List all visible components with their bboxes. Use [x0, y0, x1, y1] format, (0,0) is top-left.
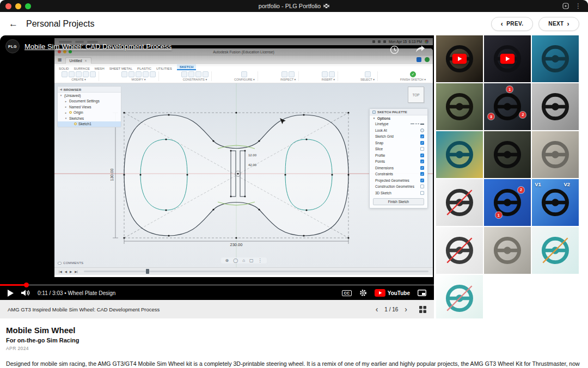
checkbox-icon: ✓	[420, 154, 424, 157]
zoom-window-button[interactable]	[25, 3, 31, 9]
video-title-link[interactable]: Mobile Sim Wheel: CAD Development Proces…	[24, 42, 171, 51]
palette-option-label: Look At	[375, 128, 387, 132]
gallery-thumb-cad-drawing-annotated[interactable]	[436, 227, 483, 274]
caption-text: AMG GT3 Inspired Mobile Sim Wheel: CAD D…	[8, 306, 376, 312]
comment-bubble-icon	[58, 262, 62, 265]
volume-icon[interactable]	[21, 290, 30, 296]
share-icon[interactable]	[415, 45, 425, 54]
channel-avatar[interactable]: PLG	[5, 39, 20, 53]
watch-later-icon[interactable]	[390, 45, 399, 54]
palette-option-3d-sketch: 3D Sketch	[370, 190, 427, 197]
youtube-logo[interactable]: YouTube	[375, 289, 410, 297]
close-window-button[interactable]	[5, 3, 11, 9]
next-project-button[interactable]: NEXT›	[538, 17, 579, 31]
youtube-logo-text: YouTube	[388, 290, 410, 296]
gallery-prev-icon[interactable]: ‹	[376, 305, 378, 313]
project-info: Mobile Sim Wheel For on-the-go Sim Racin…	[0, 318, 588, 368]
finish-sketch-button: Finish Sketch	[373, 198, 424, 205]
gallery-thumb-cad-exploded-view-1[interactable]	[532, 227, 579, 274]
grid-view-icon[interactable]	[419, 306, 426, 313]
gallery-thumb-printed-parts-1[interactable]	[532, 131, 579, 178]
caption-bar: AMG GT3 Inspired Mobile Sim Wheel: CAD D…	[0, 300, 434, 318]
captions-button[interactable]: CC	[342, 290, 352, 296]
gallery-page-indicator: 1 / 16	[384, 306, 398, 312]
ribbon-tool-groups: CREATE ▾MODIFY ▾CONSTRAINTS ▾CONFIGURE ▾…	[54, 70, 433, 83]
palette-option-label: Dimensions	[375, 166, 394, 170]
checkbox-icon	[420, 147, 424, 151]
gallery-thumb-phone-mount-photo[interactable]	[436, 83, 483, 130]
time-display: 0:11 / 3:03 • Wheel Plate Design	[38, 290, 115, 296]
steering-wheel-glyph	[443, 186, 476, 219]
gallery-thumb-slicer-preview[interactable]	[436, 131, 483, 178]
section-chevron-icon: ▾	[372, 116, 376, 120]
miniplayer-icon[interactable]	[418, 290, 426, 296]
tool-icon: ✓	[410, 71, 416, 77]
gallery-thumb-printed-parts-2[interactable]	[484, 227, 531, 274]
tool-icon	[62, 71, 68, 77]
overflow-menu-icon[interactable]: ⋮	[575, 3, 581, 9]
browser-title: BROWSER	[64, 88, 81, 91]
back-arrow-icon[interactable]: ←	[9, 19, 18, 29]
palette-option-label: Snap	[375, 141, 383, 145]
video-frame-recorded-screen: Mon Apr 15 6:13 PM Autodesk Fusion (Educ…	[54, 38, 433, 277]
ribbon-tab-row: SOLIDSURFACEMESHSHEET METALPLASTICUTILIT…	[54, 64, 433, 70]
palette-option-slice: Slice	[370, 146, 427, 152]
palette-option-snap: Snap✓	[370, 140, 427, 146]
settings-gear-icon[interactable]	[359, 289, 367, 297]
tool-icon	[143, 71, 149, 77]
timeline-step-back-icon: ◀	[65, 270, 67, 273]
gallery-thumb-wheel-annotated-dark[interactable]: 132	[484, 83, 531, 130]
checkbox-icon: ✓	[420, 172, 424, 176]
toolgroup-icons	[281, 71, 295, 77]
video-player[interactable]: Mon Apr 15 6:13 PM Autodesk Fusion (Educ…	[0, 35, 434, 300]
gallery-thumb-wheel-annotated-light[interactable]	[436, 179, 483, 226]
gallery-thumb-plates-cutting-mat[interactable]	[484, 131, 531, 178]
play-button-icon[interactable]	[8, 290, 14, 297]
gallery-thumb-wheel-cad-blue[interactable]	[532, 35, 579, 82]
fusion-ribbon-tab-surface: SURFACE	[74, 66, 90, 70]
toolgroup-label: SELECT ▾	[360, 78, 375, 81]
tool-icon	[329, 71, 335, 77]
minimize-window-button[interactable]	[15, 3, 21, 9]
gallery-thumb-wheel-video-thumb-1[interactable]	[436, 35, 483, 82]
macos-titlebar: portfolio - PLG Portfolio ⋮	[0, 0, 588, 12]
fusion-toolgroup-constraints: CONSTRAINTS ▾	[179, 71, 212, 81]
tab-overview-icon[interactable]	[562, 3, 569, 9]
toolgroup-icons: ✓	[410, 71, 416, 77]
chevron-right-icon: ›	[567, 21, 569, 27]
browser-item-label: (Unsaved)	[64, 94, 81, 97]
browser-item-unsaved: ▾(Unsaved)	[58, 93, 121, 99]
gallery-thumb-v1-v2-comparison[interactable]: V1V2	[532, 179, 579, 226]
checkbox-icon: ✓	[420, 166, 424, 170]
palette-option-label: 3D Sketch	[375, 191, 391, 195]
gallery-thumb-cad-exploded-view-2[interactable]	[436, 275, 483, 318]
toolgroup-icons	[181, 71, 209, 77]
palette-option-label: Construction Geometries	[375, 185, 414, 188]
dim-slot2: 12.00	[248, 154, 257, 157]
youtube-play-icon	[375, 289, 385, 297]
gallery-next-icon[interactable]: ›	[405, 305, 407, 313]
prev-label: PREV.	[506, 21, 523, 27]
project-description: Designed for mobile sim racing, the AMG …	[6, 360, 582, 368]
page-header: ← Personal Projects ‹PREV. NEXT›	[0, 12, 588, 35]
timeline-play-icon: ▶	[70, 270, 72, 273]
gallery-thumb-wheel-gray-studio[interactable]	[532, 83, 579, 130]
page-title: Personal Projects	[26, 19, 94, 29]
fusion-toolgroup-create: CREATE ▾	[59, 71, 99, 81]
steering-wheel-glyph	[491, 90, 524, 124]
gallery-grid: 13212V1V2	[436, 35, 579, 318]
viewcube-label: TOP	[412, 93, 419, 97]
fusion-canvas: 230.00 130.00 42.00 12.00 ◀ BROWSER ▾(Un	[54, 83, 433, 267]
prev-project-button[interactable]: ‹PREV.	[491, 17, 534, 31]
toolgroup-label: FINISH SKETCH ▾	[400, 78, 426, 81]
dim-slot: 42.00	[248, 163, 257, 167]
gallery-thumb-wheel-video-thumb-2[interactable]	[484, 35, 531, 82]
palette-option-label: Profile	[375, 154, 385, 157]
version-label: V1	[535, 181, 541, 187]
sketch-palette-panel: SKETCH PALETTE ▾ Options LinetypeLook At…	[369, 108, 428, 208]
siri-orb-icon	[425, 40, 428, 44]
tool-icon	[76, 71, 82, 77]
gallery-thumb-wheel-annotated-blue[interactable]: 12	[484, 179, 531, 226]
steering-wheel-glyph	[538, 186, 572, 219]
version-label: V2	[564, 181, 570, 187]
